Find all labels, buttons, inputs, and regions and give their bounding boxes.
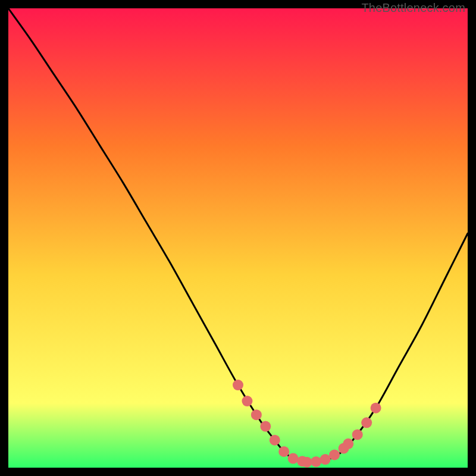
- highlight-dot: [278, 446, 289, 457]
- highlight-dot: [302, 457, 312, 468]
- highlight-dot: [361, 417, 372, 428]
- chart-background: [8, 8, 468, 468]
- highlight-dot: [329, 449, 340, 460]
- highlight-dot: [233, 380, 243, 390]
- highlight-dot: [270, 435, 280, 446]
- highlight-dot: [251, 409, 262, 420]
- highlight-dot: [311, 456, 321, 467]
- highlight-dot: [343, 439, 353, 449]
- highlight-dot: [260, 421, 271, 432]
- bottleneck-chart: [8, 8, 468, 468]
- watermark-text: TheBottleneck.com: [361, 1, 465, 15]
- highlight-dot: [371, 403, 381, 414]
- highlight-dot: [352, 429, 363, 440]
- highlight-dot: [320, 454, 331, 465]
- highlight-dot: [288, 453, 299, 464]
- highlight-dot: [242, 396, 252, 406]
